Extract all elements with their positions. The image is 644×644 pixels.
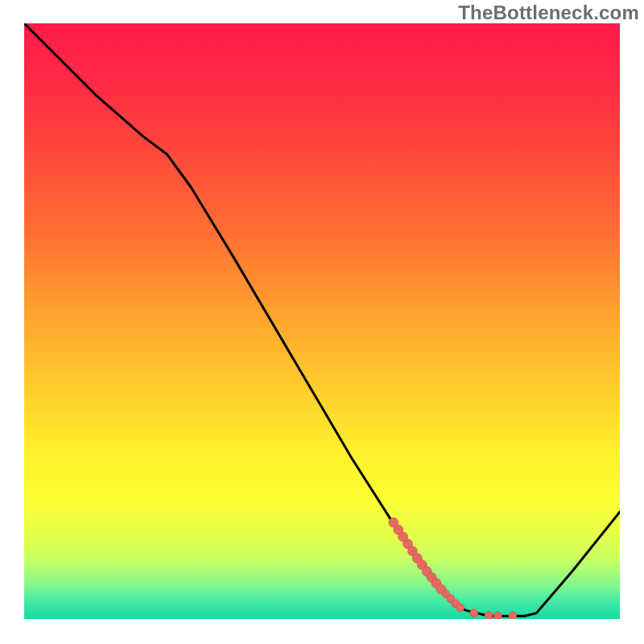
- watermark-text: TheBottleneck.com: [458, 2, 639, 24]
- chart-marker: [485, 612, 493, 619]
- chart-marker: [493, 612, 502, 619]
- chart-marker: [456, 604, 464, 612]
- chart-background: [24, 23, 620, 619]
- chart-plot-area: [24, 23, 620, 619]
- chart-marker: [509, 612, 517, 619]
- chart-marker: [470, 609, 478, 617]
- chart-svg: [24, 23, 620, 619]
- chart-stage: TheBottleneck.com: [0, 0, 644, 644]
